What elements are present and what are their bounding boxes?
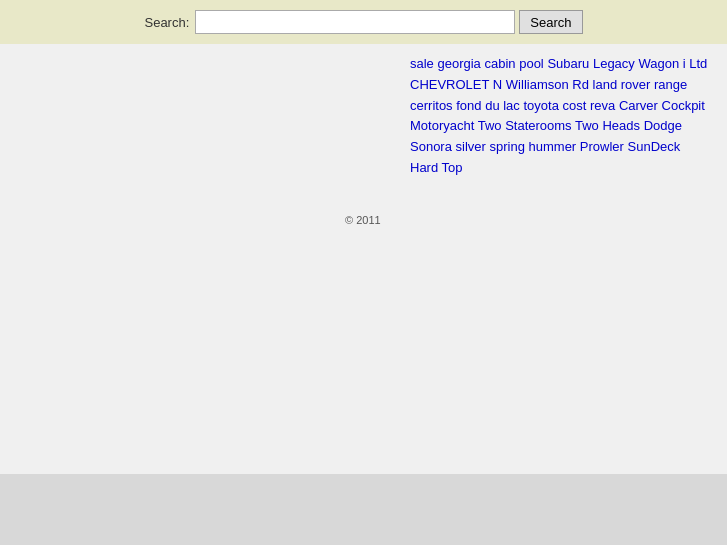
search-label: Search: <box>144 15 189 30</box>
link-subaru-legacy[interactable]: Subaru Legacy Wagon i Ltd <box>547 56 707 71</box>
search-button[interactable]: Search <box>519 10 582 34</box>
link-cost-reva[interactable]: cost reva <box>563 98 616 113</box>
link-cabin-pool[interactable]: cabin pool <box>484 56 543 71</box>
copyright: © 2011 <box>345 214 381 226</box>
link-silver-spring[interactable]: silver spring hummer <box>456 139 577 154</box>
top-bar: Search: Search <box>0 0 727 44</box>
link-georgia[interactable]: georgia <box>437 56 480 71</box>
link-fond-du-lac[interactable]: fond du lac toyota <box>456 98 559 113</box>
search-input[interactable] <box>195 10 515 34</box>
links-section: sale georgia cabin pool Subaru Legacy Wa… <box>410 54 710 179</box>
content-area: sale georgia cabin pool Subaru Legacy Wa… <box>0 44 727 474</box>
link-chevrolet[interactable]: CHEVROLET N Williamson Rd <box>410 77 589 92</box>
link-sale[interactable]: sale <box>410 56 434 71</box>
below-content <box>0 474 727 545</box>
